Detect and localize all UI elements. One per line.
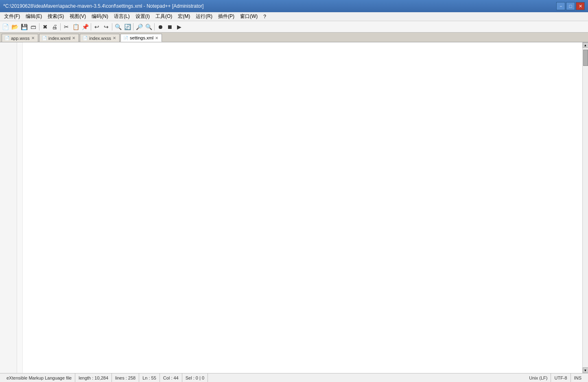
menu-language[interactable]: 语言(L) [111,12,132,21]
status-sel: Sel : 0 | 0 [182,373,208,382]
status-filetype: eXtensible Markup Language file [3,373,75,382]
status-col: Col : 44 [160,373,182,382]
scrollbar-right[interactable]: ▲ ▼ [582,42,588,373]
save-button[interactable]: 💾 [20,22,28,31]
minimize-button[interactable]: － [556,2,565,10]
status-length: length : 10,284 [75,373,112,382]
macro-rec-button[interactable]: ⏺ [156,22,165,31]
tab-app-wxss-icon: 📄 [4,36,9,40]
macro-play-button[interactable]: ▶ [175,22,184,31]
tab-index-wxss[interactable]: 📄 index.wxss ✕ [80,34,120,42]
toolbar-sep-6 [154,23,155,31]
tab-index-wxml-label: index.wxml [48,36,70,41]
toolbar-sep-2 [60,23,61,31]
tab-settings-xml[interactable]: 📄 settings.xml ✕ [120,34,162,42]
tab-bar: 📄 app.wxss ✕ 📄 index.wxml ✕ 📄 index.wxss… [0,33,588,42]
menu-window[interactable]: 窗口(W) [238,12,260,21]
line-numbers [0,42,17,373]
tab-app-wxss[interactable]: 📄 app.wxss ✕ [2,34,38,42]
status-ins: INS [571,373,585,382]
open-button[interactable]: 📂 [10,22,19,31]
editor-container: ▲ ▼ [0,42,588,373]
menu-encode[interactable]: 编码(N) [89,12,111,21]
menu-run[interactable]: 运行(R) [193,12,215,21]
maximize-button[interactable]: □ [566,2,575,10]
menu-macro[interactable]: 宏(M) [175,12,192,21]
tab-app-wxss-close[interactable]: ✕ [31,36,35,40]
menu-help[interactable]: ? [261,13,269,20]
copy-button[interactable]: 📋 [71,22,80,31]
scroll-up-arrow[interactable]: ▲ [583,42,588,48]
menu-edit[interactable]: 编辑(E) [23,12,44,21]
menu-search[interactable]: 搜索(S) [45,12,66,21]
toolbar: 📄 📂 💾 🗃 ✖ 🖨 ✂ 📋 📌 ↩ ↪ 🔍 🔄 🔎 🔍 ⏺ ⏹ ▶ [0,21,588,33]
macro-stop-button[interactable]: ⏹ [165,22,174,31]
status-encoding: UTF-8 [551,373,571,382]
toolbar-sep-3 [91,23,91,31]
status-lines: lines : 258 [112,373,139,382]
status-unix: Unix (LF) [526,373,551,382]
toolbar-sep-1 [39,23,39,31]
scroll-thumb[interactable] [583,50,588,66]
cut-button[interactable]: ✂ [62,22,71,31]
tab-app-wxss-label: app.wxss [11,36,30,41]
menu-file[interactable]: 文件(F) [2,12,22,21]
menu-plugins[interactable]: 插件(P) [216,12,237,21]
title-bar: *C:\20190628\ideaMaven\apache-maven-3.5.… [0,0,588,12]
status-ln: Ln : 55 [139,373,160,382]
menu-tools[interactable]: 工具(O) [153,12,175,21]
status-bar: eXtensible Markup Language file length :… [0,373,588,382]
print-button[interactable]: 🖨 [50,22,59,31]
code-area[interactable] [23,42,582,373]
title-controls: － □ ✕ [556,2,585,10]
find-button[interactable]: 🔍 [114,22,122,31]
new-button[interactable]: 📄 [1,22,10,31]
tab-settings-xml-icon: 📄 [123,36,128,40]
menu-bar: 文件(F) 编辑(E) 搜索(S) 视图(V) 编码(N) 语言(L) 设置(I… [0,12,588,21]
undo-button[interactable]: ↩ [92,22,101,31]
toolbar-sep-4 [112,23,112,31]
tab-settings-xml-label: settings.xml [130,35,153,40]
menu-settings[interactable]: 设置(I) [133,12,152,21]
title-text: *C:\20190628\ideaMaven\apache-maven-3.5.… [3,3,556,9]
replace-button[interactable]: 🔄 [123,22,132,31]
tab-index-wxss-close[interactable]: ✕ [113,36,116,40]
close-button[interactable]: ✕ [576,2,585,10]
scroll-down-arrow[interactable]: ▼ [583,367,588,373]
save-all-button[interactable]: 🗃 [29,22,38,31]
redo-button[interactable]: ↪ [102,22,111,31]
tab-index-wxss-label: index.wxss [89,36,111,41]
paste-button[interactable]: 📌 [81,22,90,31]
menu-view[interactable]: 视图(V) [67,12,88,21]
close-button-tb[interactable]: ✖ [41,22,50,31]
zoom-out-button[interactable]: 🔍 [144,22,153,31]
tab-index-wxml-icon: 📄 [42,36,47,40]
toolbar-sep-5 [133,23,133,31]
tab-index-wxss-icon: 📄 [83,36,87,40]
zoom-in-button[interactable]: 🔎 [135,22,144,31]
tab-index-wxml-close[interactable]: ✕ [72,36,75,40]
tab-index-wxml[interactable]: 📄 index.wxml ✕ [39,34,79,42]
tab-settings-xml-close[interactable]: ✕ [155,36,158,40]
fold-gutter [17,42,23,373]
